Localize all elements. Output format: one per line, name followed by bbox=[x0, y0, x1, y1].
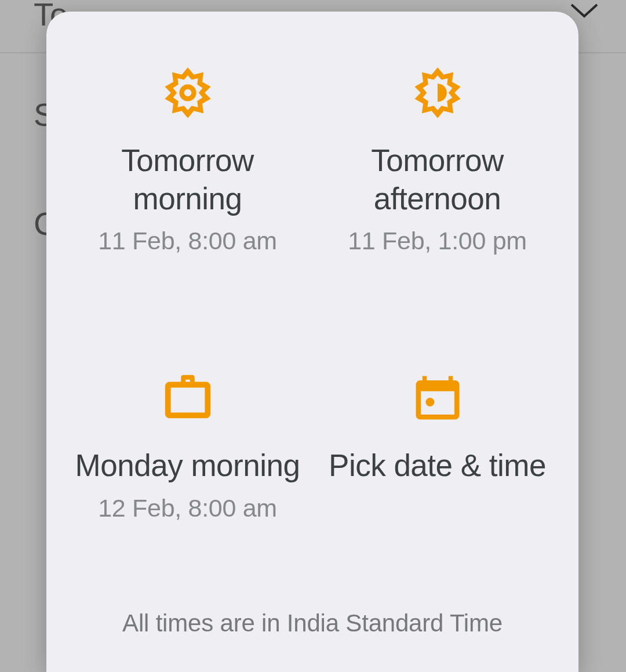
sun-full-icon bbox=[159, 64, 217, 122]
briefcase-icon bbox=[159, 369, 217, 427]
schedule-send-dialog: Tomorrow morning 11 Feb, 8:00 am Tomorro… bbox=[46, 12, 578, 672]
option-tomorrow-morning[interactable]: Tomorrow morning 11 Feb, 8:00 am bbox=[64, 58, 311, 288]
option-tomorrow-afternoon[interactable]: Tomorrow afternoon 11 Feb, 1:00 pm bbox=[314, 58, 561, 288]
option-title: Tomorrow afternoon bbox=[319, 141, 555, 217]
option-title: Pick date & time bbox=[329, 446, 546, 485]
option-pick-date-time[interactable]: Pick date & time bbox=[314, 363, 561, 554]
option-subtitle: 11 Feb, 8:00 am bbox=[98, 227, 277, 255]
option-subtitle: 11 Feb, 1:00 pm bbox=[348, 227, 527, 255]
option-title: Tomorrow morning bbox=[70, 141, 305, 217]
option-subtitle: 12 Feb, 8:00 am bbox=[98, 494, 277, 522]
sun-half-icon bbox=[409, 64, 467, 122]
timezone-note: All times are in India Standard Time bbox=[64, 609, 561, 637]
option-title: Monday morning bbox=[75, 446, 300, 485]
calendar-icon bbox=[409, 369, 467, 427]
option-monday-morning[interactable]: Monday morning 12 Feb, 8:00 am bbox=[64, 363, 311, 554]
schedule-options-grid: Tomorrow morning 11 Feb, 8:00 am Tomorro… bbox=[64, 58, 561, 554]
